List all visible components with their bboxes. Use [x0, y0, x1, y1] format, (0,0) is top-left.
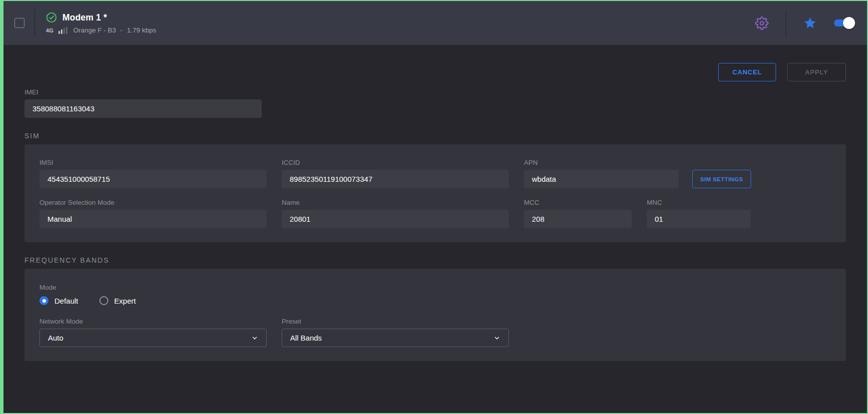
imei-field-block: IMEI: [24, 88, 846, 118]
mode-radio-default-label: Default: [54, 297, 78, 305]
settings-gear-icon[interactable]: [755, 16, 769, 30]
chevron-down-icon: [251, 335, 258, 342]
operator-selection-mode-input[interactable]: [39, 210, 267, 228]
network-mode-select[interactable]: Auto: [39, 329, 267, 347]
mode-radio-default[interactable]: Default: [39, 296, 78, 305]
sim-settings-button[interactable]: SIM SETTINGS: [692, 170, 751, 188]
band-selects-row: Network Mode Auto Preset All Bands: [39, 318, 831, 347]
header-divider: [34, 9, 35, 36]
radio-selected-icon: [39, 296, 48, 305]
mnc-input[interactable]: [647, 210, 751, 228]
network-mode-block: Network Mode Auto: [39, 318, 267, 347]
mode-radio-expert[interactable]: Expert: [99, 296, 136, 305]
operator-selection-mode-label: Operator Selection Mode: [39, 199, 267, 206]
network-mode-value: Auto: [48, 334, 63, 342]
signal-bars-icon: [58, 27, 67, 34]
imei-input[interactable]: [24, 99, 262, 118]
apn-label: APN: [524, 159, 679, 166]
mode-label: Mode: [39, 284, 831, 291]
preset-block: Preset All Bands: [282, 318, 509, 347]
apply-button[interactable]: APPLY: [787, 63, 846, 81]
frequency-bands-card: Mode Default Expert Network Mode Auto: [24, 269, 846, 361]
chevron-down-icon: [493, 335, 500, 342]
speed-label: 1.79 kbps: [127, 26, 156, 34]
sim-card: IMSI ICCID APN SIM SETTINGS Operator Sel: [24, 144, 846, 242]
iccid-label: ICCID: [282, 159, 509, 166]
form-actions: CANCEL APPLY: [24, 63, 846, 81]
dot-separator: [120, 29, 122, 31]
name-field-block: Name: [282, 199, 509, 228]
preset-value: All Bands: [290, 334, 322, 342]
operator-selection-mode-block: Operator Selection Mode: [39, 199, 267, 228]
imsi-field-block: IMSI: [39, 159, 267, 188]
main-content: CANCEL APPLY IMEI SIM IMSI ICCID APN: [3, 63, 867, 361]
network-type-label: 4G: [46, 27, 54, 33]
modem-title-block: Modem 1 * 4G Orange F - B3 1.79 kbps: [46, 12, 156, 34]
page-title: Modem 1 *: [62, 12, 107, 23]
imsi-input[interactable]: [39, 170, 267, 188]
frequency-bands-section-label: FREQUENCY BANDS: [24, 256, 846, 264]
mode-radio-expert-label: Expert: [114, 297, 136, 305]
mcc-input[interactable]: [524, 210, 632, 228]
radio-unselected-icon: [99, 296, 108, 305]
mnc-label: MNC: [647, 199, 751, 206]
favorite-star-icon[interactable]: [803, 16, 817, 30]
preset-label: Preset: [282, 318, 509, 325]
toggle-knob: [843, 17, 855, 29]
header-bar: Modem 1 * 4G Orange F - B3 1.79 kbps: [3, 1, 867, 45]
imei-label: IMEI: [24, 88, 846, 96]
apn-field-block: APN: [524, 159, 679, 188]
imsi-label: IMSI: [39, 159, 267, 166]
name-input[interactable]: [282, 210, 509, 228]
select-modem-checkbox[interactable]: [14, 18, 24, 28]
mnc-field-block: MNC: [647, 199, 751, 228]
cancel-button[interactable]: CANCEL: [718, 63, 776, 81]
check-circle-icon: [46, 12, 57, 23]
iccid-input[interactable]: [282, 170, 509, 188]
network-mode-label: Network Mode: [39, 318, 267, 325]
mcc-field-block: MCC: [524, 199, 632, 228]
iccid-field-block: ICCID: [282, 159, 509, 188]
apn-input[interactable]: [524, 170, 679, 188]
preset-select[interactable]: All Bands: [282, 329, 509, 347]
operator-label: Orange F - B3: [73, 26, 116, 34]
modem-panel: Modem 1 * 4G Orange F - B3 1.79 kbps: [0, 0, 868, 414]
modem-enable-toggle[interactable]: [834, 19, 852, 26]
sim-section-label: SIM: [24, 132, 846, 140]
header-right-divider: [786, 10, 786, 36]
mcc-label: MCC: [524, 199, 632, 206]
name-label: Name: [282, 199, 509, 206]
mode-radio-group: Default Expert: [39, 296, 831, 305]
